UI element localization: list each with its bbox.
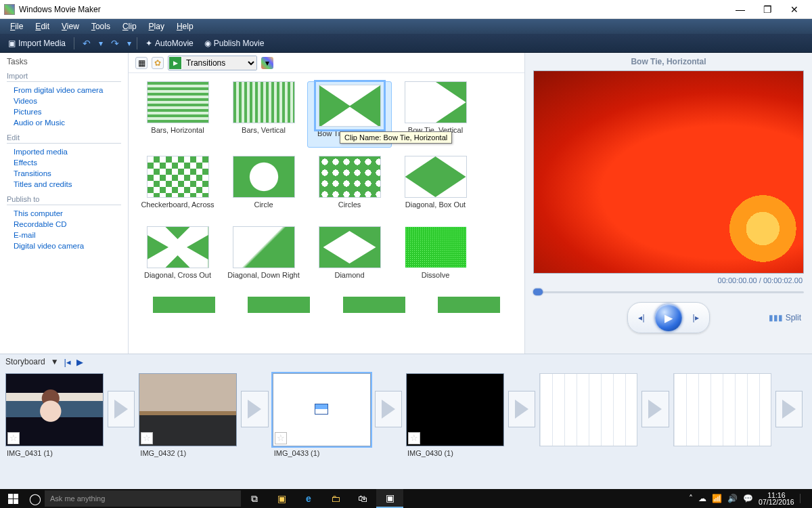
transition-thumb[interactable]: Dissolve: [393, 226, 478, 289]
split-button[interactable]: ▮▮▮ Split: [769, 313, 801, 322]
menu-edit[interactable]: Edit: [29, 20, 55, 33]
close-button[interactable]: ✕: [781, 0, 808, 19]
play-button[interactable]: ▶: [655, 304, 682, 331]
storyboard-track[interactable]: ☆IMG_0431 (1)☆IMG_0432 (1)☆IMG_0433 (1)☆…: [0, 369, 812, 489]
notifications-icon[interactable]: 💬: [743, 494, 753, 503]
undo-button[interactable]: ↶: [80, 37, 93, 50]
window-title: Windows Movie Maker: [19, 5, 727, 14]
task-import-camera[interactable]: From digital video camera: [7, 85, 121, 96]
collection-combo[interactable]: ▶ Transitions: [168, 56, 257, 70]
taskbar-search[interactable]: Ask me anything: [45, 490, 241, 507]
task-import-videos[interactable]: Videos: [7, 96, 121, 106]
thumbnail-view-icon[interactable]: ▾: [261, 57, 273, 69]
storyboard-clip[interactable]: ☆IMG_0431 (1): [5, 373, 104, 457]
effect-star-icon[interactable]: ☆: [141, 432, 153, 444]
taskbar-clock[interactable]: 11:16 07/12/2016: [759, 492, 794, 506]
task-publish-dv[interactable]: Digital video camera: [7, 240, 121, 251]
task-publish-computer[interactable]: This computer: [7, 208, 121, 219]
folder-icon[interactable]: 🗀: [322, 489, 349, 508]
minimize-button[interactable]: —: [727, 0, 754, 19]
menu-clip[interactable]: Clip: [116, 20, 143, 33]
edge-icon[interactable]: e: [295, 489, 322, 508]
view-collections-icon[interactable]: ✿: [152, 57, 164, 69]
transition-thumb[interactable]: Checkerboard, Across: [135, 156, 220, 218]
automovie-button[interactable]: ✦ AutoMovie: [143, 37, 196, 49]
next-frame-button[interactable]: |▸: [687, 310, 704, 326]
partial-thumb[interactable]: [438, 297, 500, 313]
slider-knob[interactable]: [533, 289, 543, 295]
tasks-publish-header: Publish to: [7, 195, 121, 205]
redo-dropdown[interactable]: ▾: [127, 39, 131, 48]
task-publish-cd[interactable]: Recordable CD: [7, 219, 121, 230]
storyboard-clip[interactable]: ☆IMG_0432 (1): [139, 373, 237, 457]
volume-icon[interactable]: 🔊: [727, 494, 738, 503]
transition-arrow-icon: [114, 400, 128, 419]
transition-thumb[interactable]: Bars, Horizontal: [135, 81, 220, 148]
transition-arrow-icon: [782, 400, 796, 419]
task-import-audio[interactable]: Audio or Music: [7, 117, 121, 128]
collection-grid-scroll[interactable]: Bars, HorizontalBars, VerticalBow Tie, H…: [129, 73, 524, 354]
menu-tools[interactable]: Tools: [85, 20, 116, 33]
transition-thumb[interactable]: Circle: [221, 156, 306, 218]
storyboard-transition-slot[interactable]: [508, 391, 535, 427]
prev-frame-button[interactable]: ◂|: [633, 310, 650, 326]
tray-chevron-icon[interactable]: ˄: [689, 494, 693, 503]
transition-thumb[interactable]: Diamond: [307, 226, 392, 289]
storyboard-play-button[interactable]: ▶: [76, 357, 83, 367]
storyboard-transition-slot[interactable]: [641, 391, 669, 427]
task-imported-media[interactable]: Imported media: [7, 146, 121, 157]
transition-label: Diagonal, Box Out: [393, 200, 478, 218]
task-titles[interactable]: Titles and credits: [7, 179, 121, 190]
storyboard-view-dropdown[interactable]: ▼: [51, 357, 59, 366]
maximize-button[interactable]: ❐: [754, 0, 781, 19]
menu-play[interactable]: Play: [143, 20, 171, 33]
view-tasks-icon[interactable]: ▦: [135, 57, 148, 69]
transition-label: Circle: [221, 200, 306, 218]
effect-star-icon[interactable]: ☆: [275, 432, 287, 444]
storyboard-empty-slot[interactable]: [673, 373, 771, 446]
preview-seek-slider[interactable]: [533, 287, 804, 297]
clip-frame: ☆: [273, 373, 371, 446]
effect-star-icon[interactable]: ☆: [408, 432, 420, 444]
windows-taskbar: ◯ Ask me anything ⧉ ▣ e 🗀 🛍 ▣ ˄ ☁ 📶 🔊 💬 …: [0, 489, 812, 508]
partial-thumb[interactable]: [153, 297, 215, 313]
import-media-button[interactable]: ▣ Import Media: [5, 37, 68, 49]
undo-dropdown[interactable]: ▾: [99, 39, 103, 48]
task-view-icon[interactable]: ⧉: [241, 489, 268, 508]
menu-file[interactable]: File: [4, 20, 29, 33]
storyboard-clip[interactable]: ☆IMG_0433 (1): [273, 373, 371, 457]
network-icon[interactable]: 📶: [712, 494, 722, 503]
task-transitions[interactable]: Transitions: [7, 168, 121, 179]
transition-thumb[interactable]: Diagonal, Box Out: [393, 156, 478, 218]
storyboard-empty-slot[interactable]: [539, 373, 637, 446]
onedrive-icon[interactable]: ☁: [698, 494, 706, 503]
transition-thumb[interactable]: Diagonal, Cross Out: [135, 226, 220, 289]
transition-thumb[interactable]: Diagonal, Down Right: [221, 226, 306, 289]
task-publish-email[interactable]: E-mail: [7, 230, 121, 240]
effect-star-icon[interactable]: ☆: [7, 432, 20, 444]
movie-maker-taskbar-icon[interactable]: ▣: [376, 489, 403, 508]
transition-thumb[interactable]: Bars, Vertical: [221, 81, 306, 148]
storyboard-transition-slot[interactable]: [241, 391, 268, 427]
file-explorer-icon[interactable]: ▣: [268, 489, 295, 508]
storyboard-transition-slot[interactable]: [375, 391, 402, 427]
menu-help[interactable]: Help: [171, 20, 200, 33]
task-effects[interactable]: Effects: [7, 157, 121, 168]
redo-button[interactable]: ↷: [108, 37, 122, 50]
preview-monitor[interactable]: [533, 70, 804, 274]
storyboard-clip[interactable]: ☆IMG_0430 (1): [406, 373, 504, 457]
storyboard-transition-slot[interactable]: [775, 391, 803, 427]
start-button[interactable]: [0, 489, 26, 508]
storyboard-transition-slot[interactable]: [108, 391, 135, 427]
transition-thumb[interactable]: Circles: [307, 156, 392, 218]
task-import-pictures[interactable]: Pictures: [7, 106, 121, 117]
storyboard-rewind-button[interactable]: |◂: [64, 357, 71, 367]
partial-thumb[interactable]: [248, 297, 310, 313]
cortana-icon[interactable]: ◯: [26, 492, 45, 505]
show-desktop-button[interactable]: [800, 494, 807, 503]
collection-select[interactable]: Transitions: [182, 56, 256, 70]
menu-view[interactable]: View: [55, 20, 85, 33]
publish-movie-button[interactable]: ◉ Publish Movie: [202, 37, 267, 49]
partial-thumb[interactable]: [343, 297, 405, 313]
store-icon[interactable]: 🛍: [349, 489, 376, 508]
